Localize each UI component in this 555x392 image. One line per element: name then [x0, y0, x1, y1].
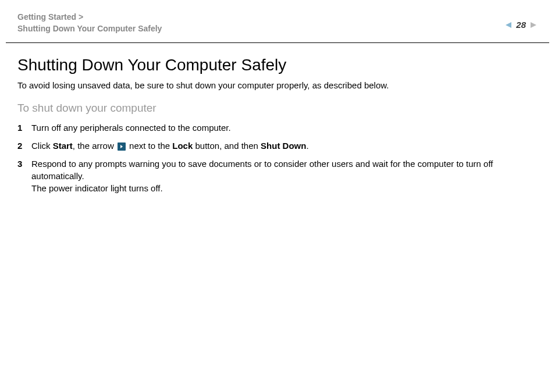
- next-page-arrow-icon[interactable]: [529, 21, 538, 29]
- section-subheading: To shut down your computer: [17, 102, 538, 115]
- breadcrumb-line1: Getting Started >: [17, 12, 83, 22]
- step-item: 1 Turn off any peripherals connected to …: [17, 122, 538, 134]
- step-item: 2 Click Start, the arrow next to the Loc…: [17, 140, 538, 152]
- svg-marker-0: [506, 22, 511, 28]
- step-item: 3 Respond to any prompts warning you to …: [17, 158, 538, 194]
- intro-text: To avoid losing unsaved data, be sure to…: [17, 80, 538, 90]
- step-number: 1: [17, 122, 31, 134]
- step-text: Click Start, the arrow next to the Lock …: [31, 140, 538, 152]
- page-title: Shutting Down Your Computer Safely: [17, 56, 538, 74]
- page-number: 28: [516, 20, 526, 30]
- page-navigation: 28: [504, 20, 538, 30]
- svg-marker-1: [531, 22, 536, 28]
- breadcrumb: Getting Started > Shutting Down Your Com…: [17, 12, 162, 34]
- step-number: 2: [17, 140, 31, 152]
- step-text: Respond to any prompts warning you to sa…: [31, 158, 538, 194]
- steps-list: 1 Turn off any peripherals connected to …: [17, 122, 538, 194]
- main-content: Shutting Down Your Computer Safely To av…: [0, 43, 555, 194]
- breadcrumb-line2: Shutting Down Your Computer Safely: [17, 24, 162, 33]
- svg-marker-2: [120, 145, 123, 148]
- step-text: Turn off any peripherals connected to th…: [31, 122, 538, 134]
- step-number: 3: [17, 158, 31, 194]
- page-header: Getting Started > Shutting Down Your Com…: [0, 0, 555, 40]
- prev-page-arrow-icon[interactable]: [504, 21, 513, 29]
- arrow-icon: [118, 142, 126, 151]
